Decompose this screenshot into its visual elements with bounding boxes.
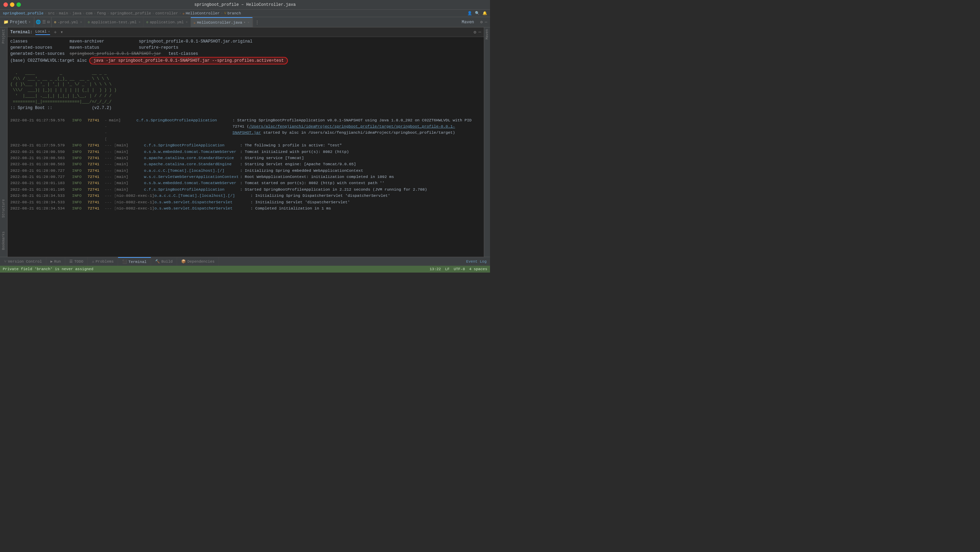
tab-dependencies-label: Dependencies xyxy=(187,260,215,264)
yaml-icon: ⚙ xyxy=(146,20,148,24)
terminal-minimize-icon[interactable]: — xyxy=(478,30,481,35)
flatten-icon[interactable]: ☰ xyxy=(42,19,46,25)
terminal-local-tab[interactable]: Local ✕ xyxy=(35,30,50,35)
terminal-close-icon[interactable]: ✕ xyxy=(48,30,50,33)
tab-vc-label: Version Control xyxy=(8,260,42,264)
branch-indicator[interactable]: ⑂ branch xyxy=(224,11,241,16)
tab-label: HelloController.java xyxy=(197,21,242,25)
panel-label-text: Project xyxy=(10,20,27,25)
line-ending[interactable]: LF xyxy=(445,267,450,271)
tab-problems-label: Problems xyxy=(96,260,114,264)
terminal-tabs: Terminal: Local ✕ ＋ ▾ ⚙ — xyxy=(8,27,484,37)
log-line-2: 2022-08-21 01:27:59.579 INFO 72741 --- [… xyxy=(10,142,481,149)
title-bar: springboot_profile – HelloController.jav… xyxy=(0,0,490,10)
time-display: 13:22 xyxy=(430,267,441,271)
tab-application-yml[interactable]: ⚙ application.yml ✕ xyxy=(143,17,191,27)
minimize-button[interactable] xyxy=(10,2,14,7)
project-panel-label[interactable]: 📁 Project ▾ xyxy=(0,17,34,27)
tab-version-control[interactable]: ⑂ Version Control xyxy=(0,257,46,266)
profile-icon[interactable]: 👤 xyxy=(467,11,472,16)
tab-hello-controller[interactable]: ☕ HelloController.java ▾ ✕ xyxy=(191,17,253,27)
tab-close-icon[interactable]: ✕ xyxy=(80,20,82,24)
top-toolbar: 📁 Project ▾ 🌐 ☰ ⊟ ⚙ -prod.yml ✕ ⚙ applic… xyxy=(0,17,490,27)
settings-icon[interactable]: ⚙ xyxy=(480,19,483,25)
log-line-3: 2022-08-21 01:28:00.550 INFO 72741 --- [… xyxy=(10,149,481,155)
close-button[interactable] xyxy=(3,2,8,7)
maximize-button[interactable] xyxy=(16,2,21,7)
status-right: 13:22 LF UTF-8 4 spaces xyxy=(430,267,487,271)
log-line-9: 2022-08-21 01:28:01.195 INFO 72741 --- [… xyxy=(10,187,481,193)
right-toolbar: Maven xyxy=(458,20,478,25)
branch-icon: ⑂ xyxy=(224,11,226,16)
sidebar-project-label[interactable]: Project xyxy=(2,29,5,44)
sidebar-structure-label[interactable]: Structure xyxy=(2,199,5,218)
command-line: (base) C02ZT6HWLVDL:target alsc java -ja… xyxy=(10,58,481,64)
sidebar-bookmarks-label[interactable]: Bookmarks xyxy=(2,232,5,250)
editor-tabs: ⚙ -prod.yml ✕ ⚙ application-test.yml ✕ ⚙… xyxy=(51,17,458,27)
terminal-settings-icon[interactable]: ⚙ xyxy=(474,30,476,35)
bottom-right: Event Log xyxy=(466,260,490,264)
event-log-link[interactable]: Event Log xyxy=(466,260,487,264)
minimize-panel-icon[interactable]: — xyxy=(485,20,487,25)
tab-prod-yml[interactable]: ⚙ -prod.yml ✕ xyxy=(51,17,85,27)
log-line-7: 2022-08-21 01:28:00.727 INFO 72741 --- [… xyxy=(10,174,481,180)
terminal-tab-label: Local xyxy=(35,30,47,33)
maven-label: Maven xyxy=(462,20,474,25)
tab-dropdown[interactable]: ▾ xyxy=(243,21,245,24)
tabs-more-icon[interactable]: ⋮ xyxy=(253,19,261,25)
log-line-5: 2022-08-21 01:28:00.563 INFO 72741 --- [… xyxy=(10,161,481,167)
terminal-icon: ⬛ xyxy=(122,260,127,264)
highlighted-command: java -jar springboot_profile-0.0.1-SNAPS… xyxy=(89,57,288,65)
bottom-toolbar: ⑂ Version Control ▶ Run ☰ TODO ⚠ Problem… xyxy=(0,257,490,266)
tab-label: application.yml xyxy=(150,20,184,24)
log-line-1: 2022-08-21 01:27:59.576 INFO 72741 --- [… xyxy=(10,117,481,143)
tab-close-icon[interactable]: ✕ xyxy=(138,20,140,24)
log-line-12: 2022-08-21 01:28:34.534 INFO 72741 --- [… xyxy=(10,205,481,211)
log-line-6: 2022-08-21 01:28:00.727 INFO 72741 --- [… xyxy=(10,168,481,174)
log-line-4: 2022-08-21 01:28:00.563 INFO 72741 --- [… xyxy=(10,155,481,161)
tab-close-icon[interactable]: ✕ xyxy=(186,20,188,24)
tab-run-label: Run xyxy=(54,260,61,264)
log-line-10: 2022-08-21 01:28:34.533 INFO 72741 --- [… xyxy=(10,193,481,199)
tab-terminal[interactable]: ⬛ Terminal xyxy=(118,257,151,266)
collapse-icon[interactable]: ⊟ xyxy=(47,19,50,25)
main-content: Project Structure Bookmarks Terminal: Lo… xyxy=(0,27,490,257)
yaml-icon: ⚙ xyxy=(88,20,90,24)
folder-icon: 📁 xyxy=(3,19,9,25)
tab-terminal-label: Terminal xyxy=(128,260,146,264)
terminal-dropdown-icon[interactable]: ▾ xyxy=(60,29,63,35)
search-icon[interactable]: 🔍 xyxy=(475,11,480,16)
indent-size[interactable]: 4 spaces xyxy=(469,267,487,271)
breadcrumb: springboot_profile › src › main › java ›… xyxy=(0,10,490,17)
tab-label: -prod.yml xyxy=(58,20,78,24)
terminal-container: Terminal: Local ✕ ＋ ▾ ⚙ — classes maven-… xyxy=(8,27,484,257)
problems-icon: ⚠ xyxy=(92,259,94,264)
log-line-11: 2022-08-21 01:28:34.533 INFO 72741 --- [… xyxy=(10,199,481,205)
breadcrumb-project[interactable]: springboot_profile xyxy=(3,11,44,16)
terminal-label: Terminal: xyxy=(10,30,33,35)
dropdown-icon[interactable]: ▾ xyxy=(29,20,30,24)
jar-path-link[interactable]: /Users/alsc/fengjianchi/ideaProject/spri… xyxy=(233,124,455,135)
vc-icon: ⑂ xyxy=(4,260,6,264)
status-warning-text: Private field 'branch' is never assigned xyxy=(3,267,93,271)
globe-icon[interactable]: 🌐 xyxy=(36,19,41,25)
terminal-output[interactable]: classes maven-archiver springboot_profil… xyxy=(8,37,484,257)
terminal-toolbar-right: ⚙ — xyxy=(474,30,481,35)
tab-problems[interactable]: ⚠ Problems xyxy=(88,257,118,266)
tab-dependencies[interactable]: 📦 Dependencies xyxy=(177,257,219,266)
tab-application-test-yml[interactable]: ⚙ application-test.yml ✕ xyxy=(85,17,143,27)
encoding[interactable]: UTF-8 xyxy=(453,267,465,271)
dependencies-icon: 📦 xyxy=(181,259,186,264)
tab-todo[interactable]: ☰ TODO xyxy=(65,257,88,266)
tab-todo-label: TODO xyxy=(74,260,83,264)
terminal-dir-listing: classes maven-archiver springboot_profil… xyxy=(10,38,481,57)
notification-icon[interactable]: 🔔 xyxy=(482,11,487,16)
tab-run[interactable]: ▶ Run xyxy=(46,257,65,266)
tab-close-icon[interactable]: ✕ xyxy=(247,21,249,24)
new-terminal-icon[interactable]: ＋ xyxy=(53,29,58,35)
java-icon: ☕ xyxy=(194,21,196,25)
tab-build[interactable]: 🔨 Build xyxy=(151,257,177,266)
maven-sidebar-label[interactable]: Maven xyxy=(485,29,489,40)
todo-icon: ☰ xyxy=(69,259,73,264)
yaml-icon: ⚙ xyxy=(54,20,56,24)
